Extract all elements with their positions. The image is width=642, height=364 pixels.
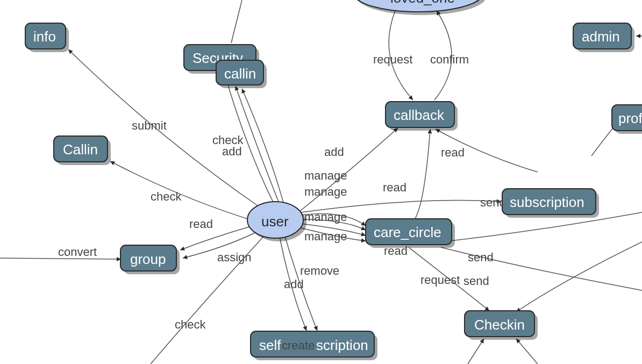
node-checkin[interactable]: Checkin bbox=[465, 311, 538, 340]
svg-text:scription: scription bbox=[316, 337, 368, 353]
edge-top-security bbox=[231, 0, 242, 43]
edge-label-read-callback: read bbox=[441, 146, 465, 159]
svg-text:callin: callin bbox=[224, 66, 256, 82]
edge-label-manage1: manage bbox=[304, 169, 347, 182]
node-callin-small[interactable]: callin bbox=[216, 60, 267, 88]
edge-carecircle-callback bbox=[414, 129, 430, 220]
edge-label-add3: add bbox=[284, 277, 304, 291]
edge-label-read-cc: read bbox=[383, 181, 406, 194]
svg-text:subscription: subscription bbox=[510, 194, 584, 210]
node-info[interactable]: info bbox=[25, 23, 69, 52]
edge-user-callin-small bbox=[242, 89, 284, 204]
svg-text:Checkin: Checkin bbox=[474, 317, 525, 333]
edge-checkin-b2 bbox=[516, 339, 538, 364]
edge-label-manage2: manage bbox=[304, 185, 347, 198]
svg-text:user: user bbox=[261, 213, 289, 230]
node-user[interactable]: user bbox=[247, 202, 306, 241]
edge-label-manage4: manage bbox=[304, 230, 347, 243]
edge-label-check-callin: check bbox=[151, 190, 182, 203]
node-prof[interactable]: prof bbox=[612, 105, 642, 134]
edge-label-remove: remove bbox=[300, 264, 339, 277]
edge-label-add-callback: add bbox=[324, 145, 344, 159]
edge-user-callin-big bbox=[110, 161, 253, 220]
svg-text:Callin: Callin bbox=[63, 141, 98, 158]
node-callback[interactable]: callback bbox=[386, 102, 458, 131]
svg-text:care_circle: care_circle bbox=[374, 224, 441, 240]
edge-label-assign: assign bbox=[217, 251, 252, 264]
edge-label-submit: submit bbox=[132, 119, 167, 132]
graph-canvas: request confirm submit check check add c… bbox=[0, 0, 642, 364]
node-callin-big[interactable]: Callin bbox=[54, 136, 111, 165]
edge-checkin-2 bbox=[516, 242, 642, 312]
node-self-subscription[interactable]: self create scription bbox=[251, 331, 377, 360]
node-group[interactable]: group bbox=[120, 245, 180, 274]
edge-label-read-group: read bbox=[189, 217, 213, 231]
edge-label-convert: convert bbox=[58, 245, 97, 259]
svg-text:admin: admin bbox=[582, 28, 620, 45]
edge-label-request2: request bbox=[420, 273, 460, 287]
node-loved-one[interactable]: loved_one bbox=[354, 0, 486, 15]
edge-label-send2: send bbox=[468, 251, 494, 264]
svg-text:info: info bbox=[33, 28, 56, 45]
edge-label-confirm: confirm bbox=[430, 53, 469, 66]
edge-checkin-b1 bbox=[468, 339, 484, 364]
edge-label-manage3: manage bbox=[304, 210, 347, 224]
svg-text:prof: prof bbox=[618, 110, 642, 126]
node-subscription[interactable]: subscription bbox=[502, 189, 599, 218]
node-care-circle[interactable]: care_circle bbox=[366, 219, 455, 248]
edge-label-add-mid: add bbox=[222, 145, 242, 158]
svg-text:loved_one: loved_one bbox=[390, 0, 455, 6]
edge-label-send3: send bbox=[463, 274, 489, 288]
svg-text:create: create bbox=[282, 339, 315, 352]
svg-text:self: self bbox=[259, 337, 281, 353]
edge-label-request: request bbox=[373, 53, 412, 66]
node-admin[interactable]: admin bbox=[573, 23, 634, 52]
svg-text:group: group bbox=[130, 251, 166, 267]
svg-text:callback: callback bbox=[394, 107, 445, 123]
edge-label-check4: check bbox=[175, 318, 206, 331]
